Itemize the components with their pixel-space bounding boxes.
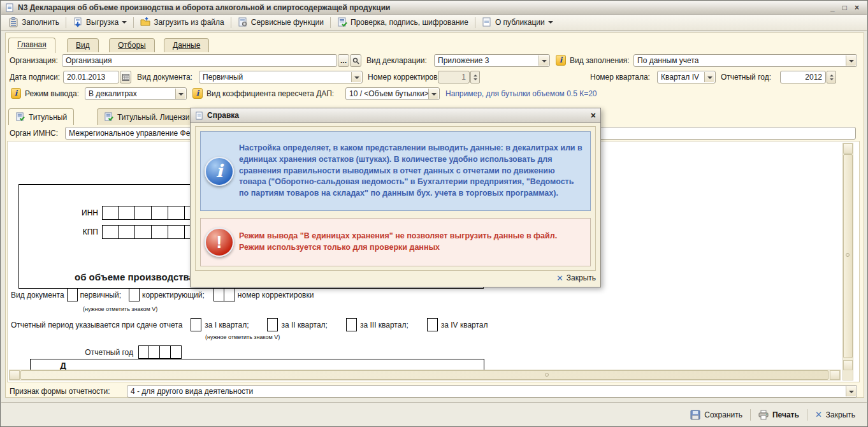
fill-kind-combobox[interactable]: По данным учета: [633, 54, 857, 67]
info-message-box: i Настройка определяет, в каком представ…: [200, 131, 591, 211]
print-button[interactable]: Печать: [753, 408, 804, 422]
note-text: (нужное отметить знаком V): [205, 334, 280, 340]
output-mode-label: Режим вывода:: [25, 87, 79, 100]
vertical-scrollbar[interactable]: [843, 143, 853, 371]
help-dialog-close-action[interactable]: Закрыть: [567, 273, 596, 282]
organization-browse-button[interactable]: ...: [338, 54, 349, 67]
tab-vid[interactable]: Вид: [67, 38, 99, 52]
output-mode-combobox[interactable]: В декалитрах: [85, 87, 187, 100]
scroll-right-button[interactable]: [830, 370, 840, 380]
info-icon[interactable]: i: [556, 55, 566, 66]
tab-dannye-label: Данные: [173, 41, 200, 50]
dropdown-arrow-icon[interactable]: [539, 55, 549, 66]
calendar-icon[interactable]: [120, 71, 131, 83]
warning-message-box: ! Режим вывода "В единицах хранения" не …: [200, 218, 591, 266]
load-from-file-button[interactable]: Загрузить из файла: [136, 16, 229, 29]
help-dialog-titlebar[interactable]: Справка ×: [191, 108, 600, 123]
correction-number-label: Номер корректировки:: [368, 71, 447, 83]
horizontal-scrollbar[interactable]: [9, 370, 841, 380]
application-window: N3 Декларация об объеме производства и о…: [0, 0, 868, 427]
tab-glavnaya[interactable]: Главная: [8, 38, 55, 53]
declaration-kind-value: Приложение 3: [438, 56, 489, 65]
fill-kind-value: По данным учета: [637, 56, 698, 65]
document-kind-row: Вид документа первичный; корректирующий;…: [11, 288, 314, 301]
report-year-stepper[interactable]: [827, 71, 836, 83]
close-button[interactable]: ×: [855, 3, 859, 12]
declaration-kind-combobox[interactable]: Приложение 3: [434, 54, 550, 67]
document-section-border: [484, 359, 484, 370]
document-kind-combobox[interactable]: Первичный: [199, 71, 363, 83]
report-form-attr-combobox[interactable]: 4 - для другого вида деятельности: [127, 385, 857, 398]
save-button-label: Сохранить: [704, 410, 742, 419]
imns-label: Орган ИМНС:: [10, 127, 58, 140]
scroll-down-button[interactable]: [843, 360, 853, 370]
search-icon: [352, 57, 359, 64]
quarter-combobox[interactable]: Квартал IV: [657, 71, 716, 83]
service-functions-button-label: Сервисные функции: [251, 18, 324, 27]
tab-titulny[interactable]: Титульный: [8, 108, 74, 125]
tab-otbory[interactable]: Отборы: [109, 38, 155, 52]
dropdown-arrow-icon[interactable]: [428, 89, 438, 99]
warning-message-text: Режим вывода "В единицах хранения" не по…: [239, 231, 584, 254]
horizontal-scrollbar-thumb[interactable]: [20, 370, 828, 380]
scroll-up-button[interactable]: [843, 143, 853, 154]
organization-input[interactable]: Организация: [62, 54, 337, 67]
document-kind-label: Вид документа:: [137, 71, 192, 83]
scrollbar-grip: [846, 253, 850, 257]
toolbar-separator: [475, 17, 475, 28]
coefficient-hint-text: Например, для бутылки объемом 0.5 К=20: [445, 87, 597, 100]
maximize-button[interactable]: □: [843, 3, 847, 12]
q4-checkbox: [427, 318, 438, 331]
minimize-button[interactable]: _: [830, 3, 835, 12]
export-button[interactable]: Выгрузка: [68, 16, 131, 29]
q3-checkbox: [346, 318, 357, 331]
report-year-row: Отчетный год: [11, 345, 182, 359]
document-icon: [195, 112, 203, 120]
primary-checkbox: [67, 288, 78, 301]
report-year-input[interactable]: 2012: [780, 71, 826, 83]
toolbar-separator: [133, 17, 134, 28]
info-icon[interactable]: i: [192, 88, 203, 99]
q3-label: за III квартал;: [360, 321, 409, 329]
document-icon: [482, 17, 492, 27]
button-separator: [750, 409, 751, 421]
organization-search-button[interactable]: [350, 54, 361, 67]
help-dialog-footer: ✕ Закрыть: [195, 270, 596, 284]
close-x-icon: ✕: [556, 273, 563, 283]
correction-number-cells: [213, 288, 235, 301]
dap-coefficient-value: 10 / <Объем бутылки>: [349, 89, 429, 98]
report-form-attr-label: Признак формы отчетности:: [10, 385, 110, 398]
verify-sign-encrypt-button[interactable]: Проверка, подпись, шифрование: [333, 16, 473, 29]
dap-coefficient-label: Вид коэффициента пересчета ДАП:: [206, 87, 334, 100]
corr-num-label: номер корректировки: [238, 291, 314, 300]
scroll-left-button[interactable]: [10, 370, 20, 380]
output-mode-value: В декалитрах: [89, 89, 137, 98]
period-label: Отчетный период указывается при сдаче от…: [11, 321, 182, 329]
sign-date-input[interactable]: 20.01.2013: [63, 71, 119, 83]
fill-button[interactable]: Заполнить: [4, 16, 64, 29]
year-cells: [138, 345, 182, 359]
tab-dannye[interactable]: Данные: [164, 38, 209, 52]
close-form-button-label: Закрыть: [826, 410, 855, 419]
dropdown-arrow-icon[interactable]: [846, 55, 856, 66]
report-period-row: Отчетный период указывается при сдаче от…: [11, 318, 488, 331]
dropdown-arrow-icon[interactable]: [846, 386, 856, 396]
help-dialog-close-button[interactable]: ×: [591, 110, 596, 120]
tab-titulny-licenzii-label: Титульный. Лицензии: [117, 113, 194, 122]
tab-titulny-label: Титульный: [29, 113, 67, 122]
tab-titulny-licenzii[interactable]: Титульный. Лицензии: [97, 108, 201, 125]
close-form-button[interactable]: ✕ Закрыть: [810, 408, 860, 421]
help-dialog-body: i Настройка определяет, в каком представ…: [195, 126, 596, 271]
info-icon[interactable]: i: [11, 88, 21, 99]
dap-coefficient-combobox[interactable]: 10 / <Объем бутылки>: [345, 87, 440, 100]
q2-label: за II квартал;: [281, 321, 327, 329]
warning-circle-icon: !: [205, 228, 234, 257]
load-from-file-button-label: Загрузить из файла: [154, 18, 224, 27]
printer-icon: [758, 410, 769, 420]
service-functions-button[interactable]: Сервисные функции: [233, 16, 328, 29]
dropdown-arrow-icon[interactable]: [175, 89, 185, 99]
dropdown-arrow-icon[interactable]: [351, 72, 361, 82]
about-publication-button[interactable]: О публикации: [477, 16, 558, 29]
dropdown-arrow-icon[interactable]: [704, 72, 714, 82]
save-button[interactable]: Сохранить: [685, 408, 748, 422]
